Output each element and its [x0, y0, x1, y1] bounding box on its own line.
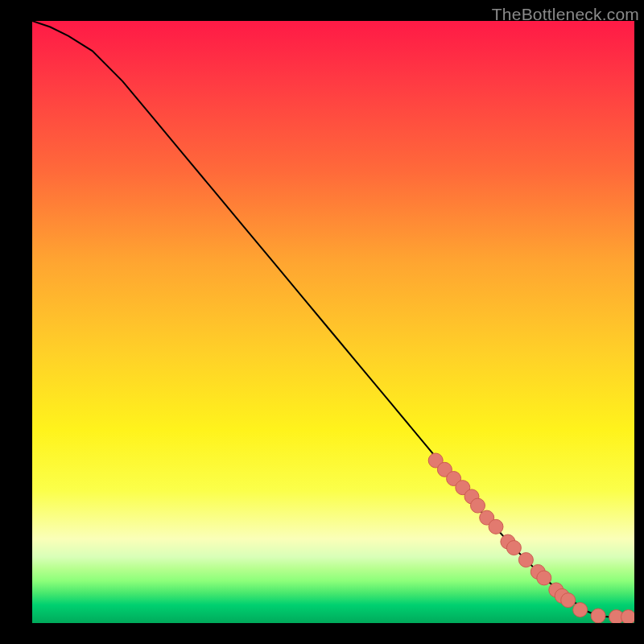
data-point — [573, 603, 588, 617]
chart-frame: TheBottleneck.com — [0, 0, 644, 644]
curve-layer — [32, 21, 634, 623]
watermark-text: TheBottleneck.com — [492, 5, 639, 24]
data-point — [591, 609, 605, 623]
data-point — [537, 571, 551, 585]
data-point — [506, 541, 521, 555]
plot-area — [32, 21, 634, 623]
data-point — [621, 610, 635, 624]
data-point — [471, 498, 485, 513]
data-points — [428, 453, 634, 623]
data-point — [561, 593, 576, 608]
data-point — [518, 553, 533, 568]
bottleneck-curve — [32, 21, 634, 617]
data-point — [489, 519, 503, 534]
